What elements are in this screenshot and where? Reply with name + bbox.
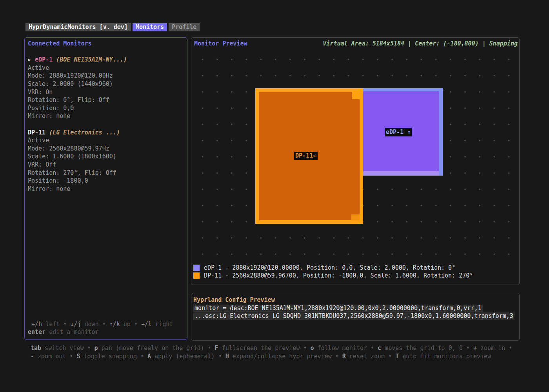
monitor-description: (BOE NE135A1M-NY...): [53, 56, 127, 63]
app-screen: HyprDynamicMonitors [v. dev] Monitors Pr…: [0, 0, 549, 392]
monitor-header[interactable]: ► eDP-1 (BOE NE135A1M-NY...): [28, 56, 184, 64]
monitor-description: (LG Electronics ...): [45, 129, 120, 136]
help-line-1: tab switch view • p pan (move freely on …: [31, 344, 525, 352]
config-panel-title: Hyprland Config Preview: [193, 296, 517, 304]
monitor-detail-line: Scale: 2.0000 (1440x960): [28, 80, 184, 88]
monitor-detail-line: Position: -1800,0: [28, 177, 184, 185]
monitor-detail-line: Rotation: 0°, Flip: Off: [28, 96, 184, 104]
enter-keybind-line: enter edit a monitor: [28, 328, 184, 336]
key-T: T: [395, 353, 399, 360]
dp11-top-right-handle[interactable]: [352, 92, 360, 99]
monitor-label-edp1: eDP-1 ↑: [385, 128, 412, 136]
app-title: HyprDynamicMonitors [v. dev]: [25, 23, 131, 31]
preview-header: Monitor Preview Virtual Area: 5184x5184 …: [194, 40, 518, 48]
hyprland-config-panel: Hyprland Config Preview monitor = desc:B…: [191, 293, 520, 341]
spacer: [28, 48, 184, 56]
key-left: ←/h: [28, 321, 42, 328]
monitor-detail-line: Active: [28, 64, 184, 72]
config-monitor-line-edp1: monitor = desc:BOE NE135A1M-NY1,2880x192…: [193, 305, 483, 312]
edp1-right-border: [439, 88, 443, 176]
key-minus: -: [31, 353, 34, 360]
monitor-detail-line: VRR: On: [28, 88, 184, 96]
key-p: p: [95, 345, 98, 352]
config-line: ...esc:LG Electronics LG SDQHD 301NTBKDU…: [193, 312, 517, 320]
monitor-detail-line: Scale: 1.6000 (1800x1600): [28, 152, 184, 161]
preview-title: Monitor Preview: [194, 40, 247, 48]
monitor-name: DP-11: [28, 129, 45, 136]
legend-text: eDP-1 - 2880x1920@120.00000, Position: 0…: [204, 264, 455, 271]
monitor-rect-edp1[interactable]: eDP-1 ↑: [363, 88, 443, 176]
monitor-rect-dp11[interactable]: DP-11←: [255, 88, 363, 224]
monitor-detail-line: Mirror: none: [28, 185, 184, 193]
left-panel-keybinds: ←/h left • ↓/j down • ↑/k up • →/l right…: [28, 320, 184, 336]
monitor-detail-line: VRR: Off: [28, 161, 184, 169]
key-down: ↓/j: [70, 321, 81, 328]
key-tab: tab: [31, 345, 41, 352]
nav-keybinds-line: ←/h left • ↓/j down • ↑/k up • →/l right: [28, 320, 184, 328]
key-F: F: [215, 345, 218, 352]
dp11-bottom-right-handle[interactable]: [351, 214, 360, 220]
key-R: R: [342, 353, 346, 360]
monitor-entry-dp11[interactable]: DP-11 (LG Electronics ...) Active Mode: …: [28, 129, 184, 193]
monitor-entry-edp1[interactable]: ► eDP-1 (BOE NE135A1M-NY...) Active Mode…: [28, 56, 184, 120]
tab-bar: HyprDynamicMonitors [v. dev] Monitors Pr…: [25, 23, 200, 31]
key-A: A: [147, 353, 151, 360]
monitor-detail-line: Active: [28, 136, 184, 145]
help-line-2: - zoom out • S toggle snapping • A apply…: [31, 352, 525, 361]
legend-text: DP-11 - 2560x2880@59.96700, Position: -1…: [204, 272, 473, 279]
monitor-detail-line: Mirror: none: [28, 112, 184, 120]
preview-legend: eDP-1 - 2880x1920@120.00000, Position: 0…: [193, 264, 473, 279]
edp1-color-swatch: [193, 265, 200, 271]
dp11-color-swatch: [193, 272, 200, 279]
config-monitor-line-dp11: ...esc:LG Electronics LG SDQHD 301NTBKDU…: [193, 312, 514, 320]
monitor-name: eDP-1: [35, 56, 53, 63]
help-bar: tab switch view • p pan (move freely on …: [31, 344, 525, 361]
key-plus: +: [473, 345, 477, 352]
edp1-top-border: [363, 88, 443, 91]
monitor-detail-line: Mode: 2880x1920@120.00Hz: [28, 72, 184, 80]
monitor-preview-panel: Monitor Preview Virtual Area: 5184x5184 …: [191, 37, 520, 285]
monitor-label-dp11: DP-11←: [294, 152, 318, 160]
monitor-detail-line: Position: 0,0: [28, 104, 184, 113]
key-up: ↑/k: [109, 321, 120, 328]
connected-monitors-title: Connected Monitors: [28, 40, 184, 48]
key-enter: enter: [28, 328, 45, 336]
key-H: H: [225, 353, 229, 360]
legend-row-edp1: eDP-1 - 2880x1920@120.00000, Position: 0…: [193, 264, 473, 272]
connected-monitors-panel: Connected Monitors ► eDP-1 (BOE NE135A1M…: [24, 37, 187, 340]
selection-arrow-icon: ►: [28, 56, 35, 63]
virtual-area-status: Virtual Area: 5184x5184 | Center: (-180,…: [323, 40, 518, 48]
monitor-detail-line: Rotation: 270°, Flip: Off: [28, 169, 184, 177]
monitor-detail-line: Mode: 2560x2880@59.97Hz: [28, 145, 184, 153]
tab-monitors[interactable]: Monitors: [133, 23, 167, 31]
monitor-header[interactable]: DP-11 (LG Electronics ...): [28, 129, 184, 137]
key-right: →/l: [141, 321, 152, 328]
config-line: monitor = desc:BOE NE135A1M-NY1,2880x192…: [193, 304, 517, 312]
preview-grid[interactable]: eDP-1 ↑ DP-11←: [192, 48, 519, 261]
legend-row-dp11: DP-11 - 2560x2880@59.96700, Position: -1…: [193, 272, 473, 279]
spacer: [28, 120, 184, 129]
tab-profile[interactable]: Profile: [169, 23, 200, 31]
edp1-bottom-snap-strip: [363, 171, 439, 176]
key-c: c: [378, 345, 381, 352]
